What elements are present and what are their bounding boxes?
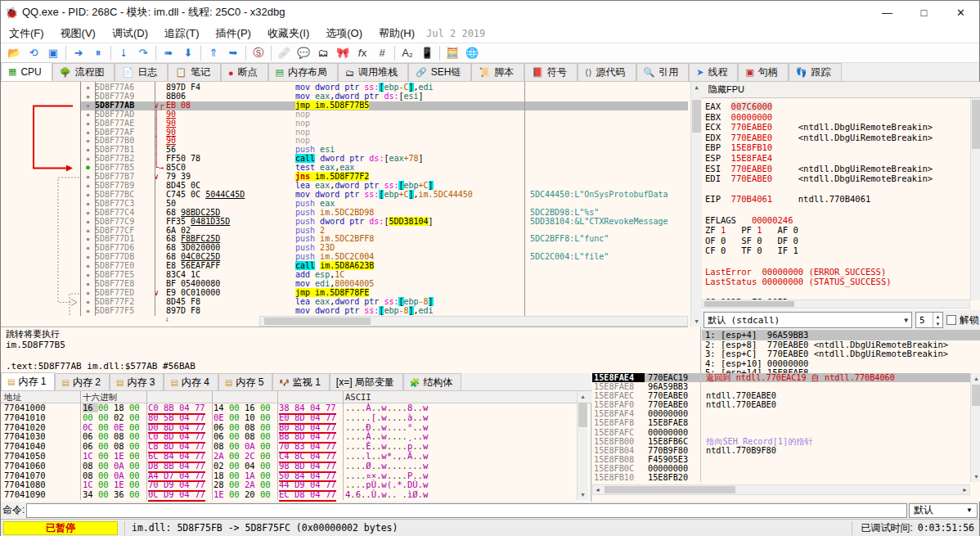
breakpoint-dot[interactable]: ● xyxy=(81,298,95,307)
hscroll-thumb[interactable] xyxy=(264,318,371,325)
breakpoint-dot[interactable]: ● xyxy=(81,155,95,164)
tab-source[interactable]: ⟨⟩源代码 xyxy=(578,63,636,81)
tab-trace[interactable]: 👣跟踪 xyxy=(789,63,842,81)
breakpoint-dot[interactable]: ● xyxy=(81,191,95,200)
breakpoint-dot[interactable]: ● xyxy=(81,164,95,173)
functions-icon[interactable]: 𝑓x xyxy=(353,45,372,61)
hscroll-thumb[interactable] xyxy=(704,301,794,307)
restart-icon[interactable]: ⟲ xyxy=(24,45,43,61)
menu-插件(P)[interactable]: 插件(P) xyxy=(208,24,259,43)
unlock-checkbox[interactable] xyxy=(946,315,956,325)
tab-symbols[interactable]: 📕符号 xyxy=(524,63,578,81)
tab-watch-1[interactable]: 🐶监视 1 xyxy=(272,373,330,390)
menu-文件(F)[interactable]: 文件(F) xyxy=(1,24,52,43)
stack-row[interactable]: 15E8FB04770B9F80ntdll.770B9F80 xyxy=(592,446,970,455)
pause-icon[interactable]: ⏸ xyxy=(88,45,108,61)
tab-cpu[interactable]: ▦CPU xyxy=(1,62,52,81)
menu-收藏夹(I)[interactable]: 收藏夹(I) xyxy=(259,24,317,43)
stack-row[interactable]: 15E8FB08F45905E3 xyxy=(592,455,970,464)
stack-row[interactable]: 15E8FAF400000000 xyxy=(592,409,970,418)
disassembly-hscrollbar[interactable]: ↓ xyxy=(1,316,688,327)
breakpoint-dot[interactable]: ● xyxy=(81,262,95,271)
scroll-down-icon[interactable]: ▼ xyxy=(691,316,702,327)
attach-icon[interactable]: 📱 xyxy=(417,45,437,61)
tab-handles[interactable]: ▣句柄 xyxy=(738,63,788,81)
step-out-icon[interactable]: ⬇ xyxy=(178,45,198,61)
stack-row[interactable]: 15E8FB0015E8FB6C指向SEH_Record[1]的指针 xyxy=(592,437,970,446)
tab-breakpoints[interactable]: ●断点 xyxy=(221,63,268,81)
tab-threads[interactable]: ➤线程 xyxy=(689,63,738,81)
run-icon[interactable]: ➜ xyxy=(69,45,88,61)
breakpoint-dot[interactable]: ● xyxy=(81,218,95,227)
scroll-up-icon[interactable]: ▲ xyxy=(691,82,702,92)
step-into-icon[interactable]: ⭣ xyxy=(114,45,133,61)
hide-fpu-button[interactable]: 隐藏FPU xyxy=(702,83,751,97)
breakpoint-dot[interactable]: ● xyxy=(81,128,95,137)
tab-script[interactable]: 📜脚本 xyxy=(471,63,524,81)
vscroll-thumb[interactable] xyxy=(578,403,587,427)
dump-vscrollbar[interactable]: ▲ ▼ xyxy=(577,391,587,500)
scroll-down-icon[interactable]: ▼ xyxy=(578,489,588,500)
breakpoint-dot[interactable]: ● xyxy=(81,209,95,218)
close-button[interactable]: ✕ xyxy=(942,1,979,24)
registers-vscrollbar[interactable] xyxy=(970,98,980,300)
patches-icon[interactable]: 🩹 xyxy=(274,45,294,61)
tab-graph[interactable]: 🌳流程图 xyxy=(52,63,115,81)
breakpoint-dot[interactable]: ● xyxy=(81,119,95,128)
command-profile-select[interactable]: 默认 ▼ xyxy=(909,503,978,518)
menu-选项(O)[interactable]: 选项(O) xyxy=(317,24,371,43)
breakpoint-dot[interactable]: ● xyxy=(81,235,95,244)
snowman-icon[interactable]: # xyxy=(372,45,392,61)
registers-pane[interactable]: 隐藏FPU EAX 007C6000EBX 00000000ECX 770EAB… xyxy=(702,82,980,373)
breakpoint-dot[interactable]: ● xyxy=(81,271,95,280)
breakpoint-dot[interactable]: ● xyxy=(81,92,95,101)
hscroll-thumb[interactable] xyxy=(605,486,735,493)
disasm-row[interactable]: ●5D8F77F5897D F8mov dword ptr ss:[ebp-8]… xyxy=(81,307,688,316)
stack-row[interactable]: 15E8FAEC770EABE0ntdll.770EABE0 xyxy=(592,391,970,400)
breakpoint-dot[interactable]: ● xyxy=(81,227,95,236)
breakpoint-dot[interactable]: ● xyxy=(81,137,95,146)
breakpoint-dot[interactable]: ● xyxy=(81,83,95,92)
argument-row[interactable]: 3: [esp+C] 770EABE0 <ntdll.DbgUiRemoteBr… xyxy=(702,349,980,359)
command-input[interactable] xyxy=(26,503,907,518)
tab-dump-4[interactable]: ▤内存 4 xyxy=(164,373,218,390)
settings-badge-icon[interactable]: Ⓢ xyxy=(249,45,268,61)
memory-dump-pane[interactable]: ▤内存 1▤内存 2▤内存 3▤内存 4▤内存 5🐶监视 1[x=] 局部变量🧩… xyxy=(1,373,591,502)
minimize-button[interactable]: — xyxy=(869,1,906,24)
stack-row[interactable]: 15E8FAFC00000000 xyxy=(592,428,970,437)
menu-调试(D)[interactable]: 调试(D) xyxy=(104,24,156,43)
stop-icon[interactable]: ▣ xyxy=(43,45,63,61)
stack-row[interactable]: 15E8FAF0770EABE0ntdll.770EABE0 xyxy=(592,400,970,409)
breakpoint-dot[interactable]: ● xyxy=(81,173,95,182)
tab-memory-map[interactable]: ▤内存布局 xyxy=(268,63,338,81)
stack-vscrollbar[interactable]: ▲ ▼ xyxy=(970,373,980,482)
font-size-icon[interactable]: A₂ xyxy=(398,45,417,61)
calculator-icon[interactable]: 🧮 xyxy=(443,45,462,61)
breakpoint-dot[interactable]: ● xyxy=(81,253,95,262)
tab-log[interactable]: 📄日志 xyxy=(115,63,168,81)
tab-notes[interactable]: 📋笔记 xyxy=(168,63,221,81)
stack-pane[interactable]: 15E8FAE4770EAC19返回到 ntdll.770EAC19 自 ntd… xyxy=(592,373,980,502)
breakpoint-dot[interactable]: ● xyxy=(81,244,95,253)
menu-追踪(T)[interactable]: 追踪(T) xyxy=(156,24,208,43)
tab-dump-5[interactable]: ▤内存 5 xyxy=(218,373,272,390)
open-file-icon[interactable]: 📂 xyxy=(4,45,24,61)
disassembly-pane[interactable]: ●5D8F77A6897D F4mov dword ptr ss:[ebp-C]… xyxy=(1,82,701,373)
spin-up-icon[interactable]: ▲ xyxy=(933,313,942,320)
menu-视图(V)[interactable]: 视图(V) xyxy=(52,24,104,43)
vscroll-thumb[interactable] xyxy=(692,100,701,133)
step-over-icon[interactable]: ↷ xyxy=(133,45,153,61)
breakpoint-dot[interactable]: ● xyxy=(81,101,95,110)
vscroll-thumb[interactable] xyxy=(972,385,980,406)
tab-call-stack[interactable]: 🗂调用堆栈 xyxy=(338,63,408,81)
tab-dump-3[interactable]: ▤内存 3 xyxy=(110,373,164,390)
breakpoint-dot[interactable]: ● xyxy=(81,182,95,191)
labels-icon[interactable]: 🗂 xyxy=(313,45,333,61)
stack-row[interactable]: 15E8FAF815E8FAE8 xyxy=(592,418,970,427)
breakpoint-dot[interactable]: ● xyxy=(81,146,95,155)
disassembly-vscrollbar[interactable]: ▲ ▼ xyxy=(690,82,701,327)
registers-hscrollbar[interactable] xyxy=(702,300,970,309)
breakpoint-dot[interactable]: ● xyxy=(81,307,95,316)
tab-references[interactable]: 🔍引用 xyxy=(636,63,690,81)
scroll-up-icon[interactable]: ▲ xyxy=(578,391,588,402)
